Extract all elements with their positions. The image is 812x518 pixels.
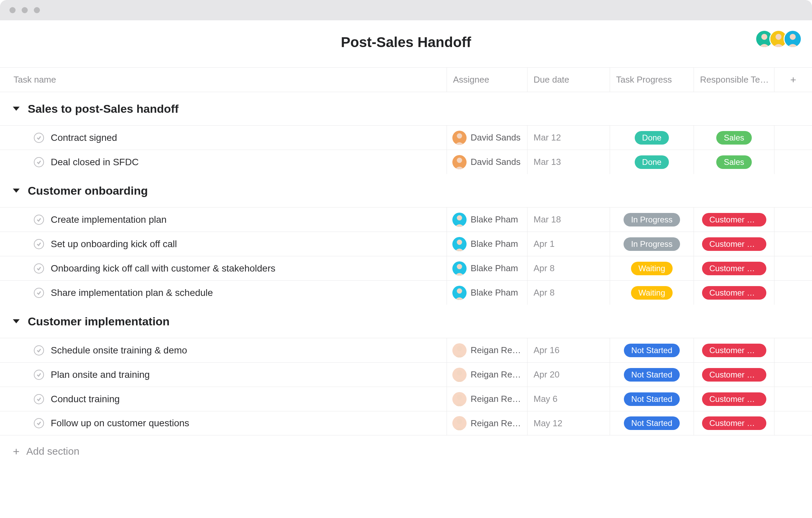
complete-task-icon[interactable]: [34, 239, 44, 249]
task-row[interactable]: Conduct training Reigan Rea… May 6 Not S…: [0, 387, 812, 411]
team-cell[interactable]: Customer Suc…: [694, 338, 774, 362]
assignee-name: David Sands: [471, 157, 520, 167]
svg-point-11: [457, 215, 462, 220]
task-name: Follow up on customer questions: [51, 418, 189, 429]
due-date-cell[interactable]: Mar 13: [527, 150, 610, 174]
due-date: Apr 16: [534, 345, 560, 355]
team-pill: Customer Suc…: [702, 213, 766, 226]
complete-task-icon[interactable]: [34, 157, 44, 167]
progress-cell[interactable]: Done: [610, 150, 694, 174]
chevron-down-icon: [13, 107, 20, 111]
complete-task-icon[interactable]: [34, 418, 44, 428]
collaborator-avatar[interactable]: [784, 30, 802, 48]
task-name: Create implementation plan: [51, 214, 166, 225]
team-cell[interactable]: Customer Suc…: [694, 387, 774, 411]
complete-task-icon[interactable]: [34, 263, 44, 274]
due-date-cell[interactable]: Apr 8: [527, 281, 610, 305]
row-end-spacer: [774, 150, 812, 174]
task-row[interactable]: Create implementation plan Blake Pham Ma…: [0, 207, 812, 232]
team-cell[interactable]: Customer Suc…: [694, 256, 774, 280]
assignee-cell[interactable]: Blake Pham: [447, 232, 527, 256]
svg-point-19: [457, 346, 462, 351]
assignee-cell[interactable]: Reigan Rea…: [447, 338, 527, 362]
add-column-button[interactable]: +: [774, 68, 812, 92]
progress-cell[interactable]: Done: [610, 126, 694, 150]
complete-task-icon[interactable]: [34, 370, 44, 380]
assignee-cell[interactable]: Reigan Rea…: [447, 363, 527, 387]
complete-task-icon[interactable]: [34, 394, 44, 404]
due-date-cell[interactable]: May 6: [527, 387, 610, 411]
progress-cell[interactable]: Not Started: [610, 387, 694, 411]
complete-task-icon[interactable]: [34, 133, 44, 143]
team-pill: Sales: [716, 155, 751, 169]
team-cell[interactable]: Customer Suc…: [694, 281, 774, 305]
assignee-cell[interactable]: Blake Pham: [447, 208, 527, 232]
due-date-cell[interactable]: Mar 18: [527, 208, 610, 232]
due-date: Mar 13: [534, 157, 561, 167]
due-date-cell[interactable]: Mar 12: [527, 126, 610, 150]
complete-task-icon[interactable]: [34, 215, 44, 225]
assignee-cell[interactable]: Blake Pham: [447, 256, 527, 280]
complete-task-icon[interactable]: [34, 345, 44, 355]
task-row[interactable]: Contract signed David Sands Mar 12 Done …: [0, 125, 812, 150]
traffic-light-minimize[interactable]: [22, 7, 28, 13]
task-row[interactable]: Deal closed in SFDC David Sands Mar 13 D…: [0, 150, 812, 174]
task-row[interactable]: Share implementation plan & schedule Bla…: [0, 280, 812, 305]
complete-task-icon[interactable]: [34, 288, 44, 298]
assignee-name: Reigan Rea…: [471, 345, 525, 355]
progress-pill: Done: [635, 155, 669, 169]
progress-cell[interactable]: Not Started: [610, 363, 694, 387]
task-row[interactable]: Set up onboarding kick off call Blake Ph…: [0, 232, 812, 256]
due-date-cell[interactable]: Apr 16: [527, 338, 610, 362]
progress-cell[interactable]: In Progress: [610, 232, 694, 256]
row-end-spacer: [774, 338, 812, 362]
team-cell[interactable]: Customer Suc…: [694, 363, 774, 387]
column-task-name[interactable]: Task name: [0, 74, 447, 85]
assignee-name: David Sands: [471, 132, 520, 143]
progress-cell[interactable]: Not Started: [610, 411, 694, 435]
row-end-spacer: [774, 126, 812, 150]
assignee-cell[interactable]: Reigan Rea…: [447, 411, 527, 435]
due-date-cell[interactable]: Apr 8: [527, 256, 610, 280]
section-header[interactable]: Customer onboarding: [0, 174, 812, 207]
due-date-cell[interactable]: Apr 20: [527, 363, 610, 387]
column-due-date[interactable]: Due date: [527, 68, 610, 92]
progress-cell[interactable]: Not Started: [610, 338, 694, 362]
task-row[interactable]: Plan onsite and training Reigan Rea… Apr…: [0, 362, 812, 387]
progress-cell[interactable]: Waiting: [610, 281, 694, 305]
team-cell[interactable]: Sales: [694, 126, 774, 150]
assignee-avatar: [452, 343, 467, 358]
assignee-avatar: [452, 368, 467, 382]
add-section-button[interactable]: + Add section: [0, 435, 812, 467]
task-row[interactable]: Onboarding kick off call with customer &…: [0, 256, 812, 280]
column-task-progress[interactable]: Task Progress: [610, 68, 694, 92]
column-responsible-team[interactable]: Responsible Te…: [694, 68, 774, 92]
traffic-light-close[interactable]: [9, 7, 16, 13]
collaborator-avatars[interactable]: [759, 30, 802, 48]
team-cell[interactable]: Customer Suc…: [694, 232, 774, 256]
assignee-cell[interactable]: Reigan Rea…: [447, 387, 527, 411]
task-row[interactable]: Follow up on customer questions Reigan R…: [0, 411, 812, 435]
due-date-cell[interactable]: Apr 1: [527, 232, 610, 256]
due-date-cell[interactable]: May 12: [527, 411, 610, 435]
progress-pill: Not Started: [624, 368, 680, 382]
team-cell[interactable]: Customer Suc…: [694, 411, 774, 435]
assignee-avatar: [452, 261, 467, 276]
section-header[interactable]: Sales to post-Sales handoff: [0, 92, 812, 125]
progress-cell[interactable]: Waiting: [610, 256, 694, 280]
task-row[interactable]: Schedule onsite training & demo Reigan R…: [0, 338, 812, 362]
assignee-cell[interactable]: David Sands: [447, 150, 527, 174]
due-date: May 6: [534, 394, 558, 404]
plus-icon: +: [13, 446, 20, 457]
assignee-avatar: [452, 416, 467, 430]
column-assignee[interactable]: Assignee: [447, 68, 527, 92]
team-cell[interactable]: Customer Suc…: [694, 208, 774, 232]
assignee-avatar: [452, 392, 467, 406]
progress-cell[interactable]: In Progress: [610, 208, 694, 232]
section-header[interactable]: Customer implementation: [0, 305, 812, 338]
assignee-cell[interactable]: Blake Pham: [447, 281, 527, 305]
assignee-cell[interactable]: David Sands: [447, 126, 527, 150]
team-pill: Customer Suc…: [702, 262, 766, 275]
team-cell[interactable]: Sales: [694, 150, 774, 174]
traffic-light-zoom[interactable]: [34, 7, 40, 13]
